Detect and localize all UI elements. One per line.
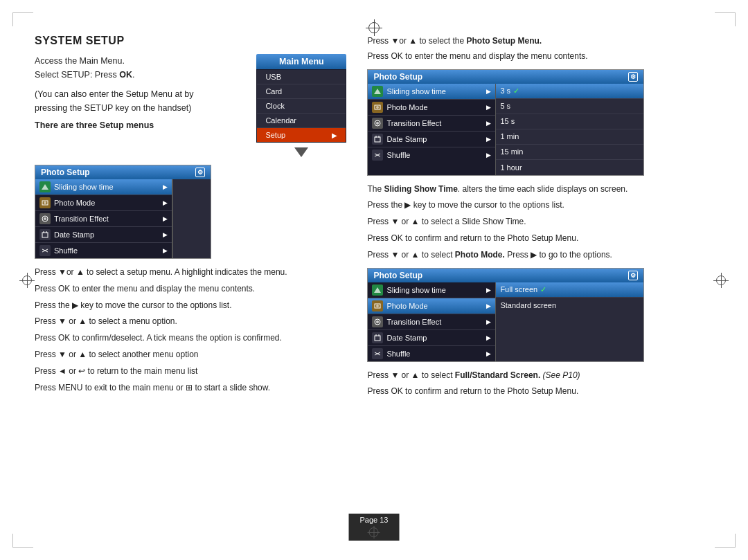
panel-menu-list-1: Sliding show time ▶ Photo Mode ▶ bbox=[368, 84, 496, 175]
menu-item-setup[interactable]: Setup ▶ bbox=[257, 128, 346, 142]
right-intro-2: Press OK to enter the menu and display t… bbox=[367, 50, 713, 64]
sliding-desc-4: Press OK to confirm and return to the Ph… bbox=[367, 232, 713, 246]
panel-row-date-stamp[interactable]: Date Stamp ▶ bbox=[35, 227, 172, 243]
body-line-5: Press OK to confirm/deselect. A tick mea… bbox=[35, 332, 346, 345]
photo-setup-panel-right-2: Photo Setup ⚙ Sliding show time ▶ bbox=[367, 268, 644, 362]
setup-arrow-icon: ▶ bbox=[332, 132, 337, 139]
corner-mark-bl bbox=[12, 547, 33, 548]
settings-icon-right-1: ⚙ bbox=[628, 72, 638, 82]
photo-setup-panel-left: Photo Setup ⚙ Sliding show time ▶ bbox=[35, 165, 211, 259]
svg-point-18 bbox=[376, 305, 379, 307]
pr-date-1[interactable]: Date Stamp ▶ bbox=[368, 132, 495, 147]
menu-item-clock[interactable]: Clock bbox=[257, 99, 346, 114]
body-line-2: Press OK to enter the menu and display t… bbox=[35, 282, 346, 296]
svg-point-19 bbox=[376, 320, 379, 323]
row-label-photo-mode: Photo Mode bbox=[54, 199, 161, 207]
photo-setup-title-right-2: Photo Setup ⚙ bbox=[368, 269, 643, 282]
panel-row-photo-mode[interactable]: Photo Mode ▶ bbox=[35, 195, 172, 211]
section-title: SYSTEM SETUP bbox=[35, 35, 346, 47]
row-arrow-sliding: ▶ bbox=[163, 183, 168, 190]
intro-line-1: Access the Main Menu.Select SETUP: Press… bbox=[35, 54, 248, 82]
photo-setup-title-left: Photo Setup ⚙ bbox=[35, 165, 211, 179]
panel-row-sliding[interactable]: Sliding show time ▶ bbox=[35, 179, 172, 195]
menu-item-usb[interactable]: USB bbox=[257, 70, 346, 84]
row-label-sliding: Sliding show time bbox=[54, 183, 161, 191]
pr-sliding-1[interactable]: Sliding show time ▶ bbox=[368, 84, 495, 100]
full-standard-1: Press ▼ or ▲ to select Full/Standard Scr… bbox=[367, 369, 713, 383]
option-1hour[interactable]: 1 hour bbox=[496, 160, 643, 175]
down-arrow-icon bbox=[294, 147, 308, 157]
crosshair-left-icon bbox=[19, 273, 35, 288]
corner-mark-tr bbox=[715, 12, 736, 13]
right-intro-1: Press ▼or ▲ to select the Photo Setup Me… bbox=[367, 35, 713, 48]
gear-icon-3 bbox=[372, 316, 383, 327]
option-5s[interactable]: 5 s bbox=[496, 99, 643, 114]
gear-icon-2 bbox=[372, 118, 383, 129]
gear-icon-1 bbox=[39, 213, 51, 224]
panel-row-transition[interactable]: Transition Effect ▶ bbox=[35, 211, 172, 227]
shuffle-icon-3 bbox=[372, 348, 383, 359]
option-15min[interactable]: 15 min bbox=[496, 145, 643, 160]
menu-item-card[interactable]: Card bbox=[257, 84, 346, 99]
sliding-desc-1: The Sliding Show Time. alters the time e… bbox=[367, 183, 713, 197]
pr-shuffle-1[interactable]: Shuffle ▶ bbox=[368, 147, 495, 163]
option-full-screen[interactable]: Full screen ✓ bbox=[496, 282, 643, 298]
sliding-desc-2: Press the ▶ key to move the cursor to th… bbox=[367, 199, 713, 213]
sliding-desc-5: Press ▼ or ▲ to select Photo Mode. Press… bbox=[367, 249, 713, 262]
left-column: SYSTEM SETUP Access the Main Menu.Select… bbox=[35, 35, 360, 525]
option-3s[interactable]: 3 s ✓ bbox=[496, 84, 643, 99]
main-menu-items: USB Card Clock Calendar Setup bbox=[256, 69, 346, 143]
date-icon-2 bbox=[372, 134, 383, 145]
svg-point-10 bbox=[376, 106, 379, 109]
corner-mark-tl bbox=[12, 12, 33, 13]
option-15s[interactable]: 15 s bbox=[496, 114, 643, 129]
svg-point-2 bbox=[44, 201, 46, 204]
svg-marker-8 bbox=[374, 89, 381, 94]
row-arrow-date-stamp: ▶ bbox=[163, 231, 168, 238]
option-1min[interactable]: 1 min bbox=[496, 129, 643, 145]
panel-body-left: Sliding show time ▶ Photo Mode ▶ bbox=[35, 179, 211, 258]
full-standard-desc: Press ▼ or ▲ to select Full/Standard Scr… bbox=[367, 369, 713, 399]
row-label-transition: Transition Effect bbox=[54, 215, 161, 223]
main-menu-panel: Main Menu USB Card Clock Calendar bbox=[256, 54, 346, 143]
panel-rows-left: Sliding show time ▶ Photo Mode ▶ bbox=[35, 179, 172, 258]
body-line-7: Press ◄ or ↩ to return to the main menu … bbox=[35, 365, 346, 379]
photo-icon-1 bbox=[39, 197, 51, 208]
option-standard-screen[interactable]: Standard screen bbox=[496, 298, 643, 313]
panel-menu-list-2: Sliding show time ▶ Photo Mode ▶ bbox=[368, 282, 496, 361]
sliding-desc-3: Press ▼ or ▲ to select a Slide Show Time… bbox=[367, 215, 713, 229]
pr-sliding-2[interactable]: Sliding show time ▶ bbox=[368, 282, 495, 298]
menu-item-calendar[interactable]: Calendar bbox=[257, 114, 346, 128]
pr-shuffle-2[interactable]: Shuffle ▶ bbox=[368, 346, 495, 361]
page-number-label: Page 13 bbox=[360, 516, 389, 524]
mountain-icon-3 bbox=[372, 284, 383, 296]
mountain-icon-1 bbox=[39, 181, 51, 192]
pr-photo-1[interactable]: Photo Mode ▶ bbox=[368, 100, 495, 116]
corner-mark-bl-v bbox=[12, 534, 13, 548]
corner-mark-br bbox=[715, 547, 736, 548]
page-number-box: Page 13 bbox=[349, 514, 400, 541]
svg-rect-21 bbox=[375, 336, 380, 341]
panel-row-shuffle[interactable]: Shuffle ▶ bbox=[35, 243, 172, 258]
row-arrow-transition: ▶ bbox=[163, 215, 168, 222]
body-line-8: Press MENU to exit to the main menu or ⊞… bbox=[35, 381, 346, 395]
panel-right-empty bbox=[172, 179, 211, 258]
crosshair-right-icon bbox=[713, 273, 729, 288]
pr-photo-2[interactable]: Photo Mode ▶ bbox=[368, 298, 495, 314]
svg-marker-16 bbox=[374, 287, 381, 293]
main-menu-title: Main Menu bbox=[256, 54, 346, 69]
row-label-shuffle: Shuffle bbox=[54, 246, 161, 255]
panel-body-right-1: Sliding show time ▶ Photo Mode ▶ bbox=[368, 84, 643, 175]
mountain-icon-2 bbox=[372, 86, 383, 97]
photo-icon-3 bbox=[372, 300, 383, 311]
pr-transition-2[interactable]: Transition Effect ▶ bbox=[368, 314, 495, 330]
corner-mark-tr-v bbox=[735, 12, 736, 26]
full-standard-2: Press OK to confirm and return to the Ph… bbox=[367, 385, 713, 399]
shuffle-icon-1 bbox=[39, 245, 51, 256]
svg-rect-5 bbox=[42, 233, 48, 237]
pr-transition-1[interactable]: Transition Effect ▶ bbox=[368, 116, 495, 132]
body-line-3: Press the ▶ key to move the cursor to th… bbox=[35, 299, 346, 313]
crosshair-top-icon bbox=[366, 19, 382, 36]
pr-date-2[interactable]: Date Stamp ▶ bbox=[368, 330, 495, 346]
svg-rect-13 bbox=[375, 137, 380, 142]
